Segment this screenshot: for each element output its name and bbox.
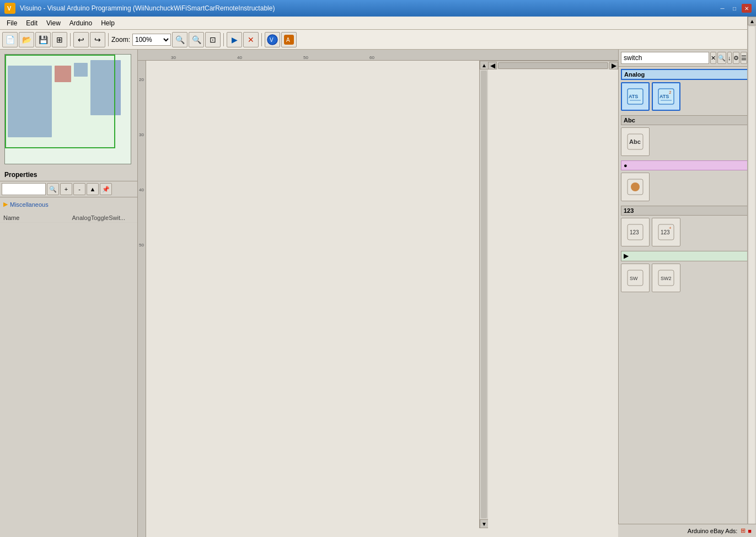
folder-icon: ▶ — [3, 201, 8, 208]
menu-view[interactable]: View — [42, 18, 65, 28]
toolbar-sep4 — [261, 33, 262, 46]
svg-text:V: V — [7, 5, 12, 12]
maximize-button[interactable]: □ — [730, 4, 739, 13]
comp-item-5a[interactable]: SW — [621, 264, 650, 292]
ruler-tick: 50 — [303, 55, 308, 60]
prop-add-btn[interactable]: + — [60, 183, 72, 195]
comp-section-abc: Abc Abc — [621, 115, 754, 156]
component-search-input[interactable] — [621, 52, 709, 64]
brand-icon2: ■ — [748, 528, 752, 534]
comp-item-analog1[interactable]: ATS — [621, 82, 650, 111]
search-clear-btn[interactable]: ✕ — [710, 52, 716, 64]
close-button[interactable]: ✕ — [742, 4, 752, 13]
comp-item-123b[interactable]: 123+ — [652, 218, 680, 246]
brand-label: Arduino eBay Ads: — [688, 528, 738, 534]
hscroll-canvas[interactable]: ◀ ▶ — [488, 61, 618, 69]
hscroll-right[interactable]: ▶ — [609, 62, 618, 69]
properties-header: Properties — [0, 169, 137, 181]
vscroll-thumb[interactable] — [481, 71, 487, 518]
menu-file[interactable]: File — [2, 18, 22, 28]
ruler-tick-left: 50 — [139, 243, 144, 248]
item5b-icon: SW2 — [657, 269, 675, 287]
toolbar: 📄 📂 💾 ⊞ ↩ ↪ Zoom: 100% 🔍 🔍 ⊡ ▶ ✕ V A — [0, 30, 756, 50]
canvas-scroll-container[interactable]: ⏱ WiiNunchuck1 Clock Angle X — [146, 61, 488, 537]
zoom-label: Zoom: — [111, 36, 130, 44]
vscroll-right-up[interactable]: ▲ — [748, 17, 756, 25]
comp-section-header-5: ▶ — [621, 251, 754, 261]
undo-button[interactable]: ↩ — [73, 32, 89, 47]
vscroll-canvas[interactable]: ▲ ▼ — [479, 61, 488, 528]
comp-item-analog2[interactable]: ATS2 — [652, 82, 680, 111]
minimize-button[interactable]: ─ — [717, 4, 727, 13]
search-opt2[interactable]: ⚙ — [733, 52, 739, 64]
prop-del-btn[interactable]: - — [73, 183, 85, 195]
arduino-compile-button[interactable]: ▶ — [227, 32, 242, 47]
num-icon-a: 123 — [626, 223, 644, 241]
zoom-select[interactable]: 100% — [132, 34, 171, 46]
svg-text:A: A — [286, 37, 290, 43]
prop-name-val[interactable]: AnalogToggleSwit... — [69, 213, 138, 223]
menu-help[interactable]: Help — [96, 18, 119, 28]
prop-up-btn[interactable]: ▲ — [87, 183, 99, 195]
hscroll-left[interactable]: ◀ — [488, 62, 497, 69]
search-opt3[interactable]: ☰ — [741, 52, 747, 64]
svg-point-16 — [631, 182, 640, 191]
comp-row-5: SW SW2 — [621, 264, 754, 292]
open-button[interactable]: 📂 — [19, 32, 34, 47]
search-opt1[interactable]: ↓ — [727, 52, 732, 64]
abc-icon: Abc — [626, 133, 644, 151]
comp-section-analog: Analog ATS ATS2 — [621, 69, 754, 111]
vscroll-up[interactable]: ▲ — [480, 61, 488, 69]
properties-search[interactable] — [2, 183, 46, 195]
ruler-tick-left: 40 — [139, 187, 144, 192]
left-panel: Properties 🔍 + - ▲ 📌 ▶ Miscellaneous Nam… — [0, 50, 138, 537]
zoom-fit-button[interactable]: ⊡ — [205, 32, 221, 47]
num-icon-b: 123+ — [657, 223, 675, 241]
visuino-btn1[interactable]: V — [265, 32, 280, 47]
prop-pin-btn[interactable]: 📌 — [100, 183, 112, 195]
ruler-tick: 60 — [369, 55, 374, 60]
comp-section-header-analog: Analog — [621, 69, 754, 80]
grid-button[interactable]: ⊞ — [52, 32, 67, 47]
comp-section-color: ● — [621, 160, 754, 201]
comp-row-abc: Abc — [621, 127, 754, 156]
window-controls: ─ □ ✕ — [717, 4, 752, 13]
menu-arduino[interactable]: Arduino — [65, 18, 96, 28]
new-button[interactable]: 📄 — [2, 32, 18, 47]
svg-text:SW: SW — [630, 276, 638, 281]
ruler-top: 30 40 50 60 — [138, 50, 618, 61]
ruler-tick: 30 — [171, 55, 176, 60]
properties-title: Properties — [4, 171, 37, 179]
visuino-btn2[interactable]: A — [281, 32, 297, 47]
arduino-upload-button[interactable]: ✕ — [243, 32, 259, 47]
zoom-in-button[interactable]: 🔍 — [172, 32, 187, 47]
prop-name-key: Name — [0, 213, 69, 223]
vscroll-right-track — [749, 26, 755, 527]
comp-section-header-color: ● — [621, 160, 754, 170]
item5a-icon: SW — [626, 269, 644, 287]
zoom-out-button[interactable]: 🔍 — [189, 32, 204, 47]
save-button[interactable]: 💾 — [35, 32, 51, 47]
ruler-left: 20 30 40 50 — [138, 61, 146, 537]
minimap[interactable] — [4, 54, 131, 164]
comp-item-5b[interactable]: SW2 — [652, 264, 680, 292]
menu-bar: File Edit View Arduino Help — [0, 17, 756, 30]
svg-text:+: + — [669, 225, 672, 230]
prop-tree: ▶ Miscellaneous — [0, 197, 137, 211]
vscroll-right[interactable]: ▲ ▼ — [747, 17, 756, 537]
hscroll-thumb[interactable] — [498, 62, 608, 69]
redo-button[interactable]: ↪ — [90, 32, 105, 47]
comp-item-abc1[interactable]: Abc — [621, 127, 650, 156]
prop-tree-item-misc[interactable]: ▶ Miscellaneous — [2, 200, 135, 209]
search-go-btn[interactable]: 🔍 — [717, 52, 726, 64]
toolbar-sep2 — [108, 33, 109, 46]
prop-search-btn[interactable]: 🔍 — [47, 183, 59, 195]
zoom-container: Zoom: 100% — [111, 34, 171, 46]
comp-item-123a[interactable]: 123 — [621, 218, 650, 246]
vscroll-down[interactable]: ▼ — [480, 519, 488, 528]
footer-brand: Arduino eBay Ads: ⊞ ■ — [618, 524, 756, 537]
canvas-main: 20 30 40 50 — [138, 61, 618, 537]
menu-edit[interactable]: Edit — [22, 18, 42, 28]
canvas-area: 30 40 50 60 20 30 40 50 — [138, 50, 618, 537]
comp-item-color[interactable] — [621, 173, 650, 201]
